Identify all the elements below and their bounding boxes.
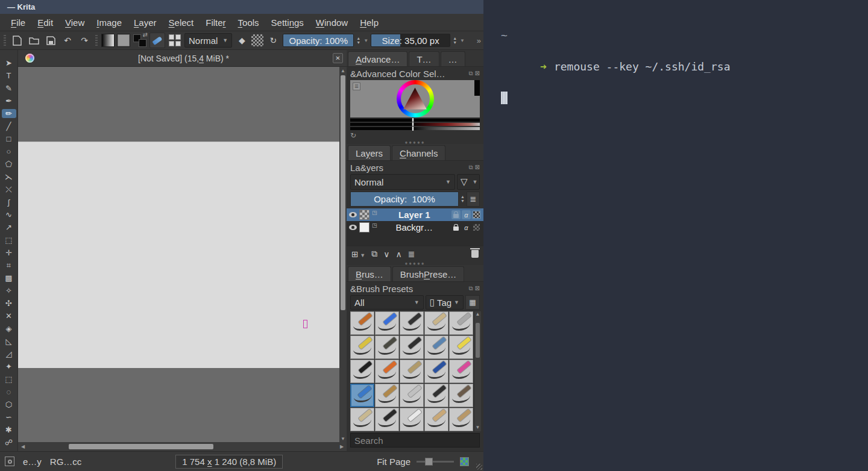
window-titlebar[interactable]: — Krita (0, 0, 483, 14)
move-layer-down-button[interactable]: ∨ (383, 249, 389, 259)
pattern-chooser-button[interactable] (117, 34, 130, 47)
zoom-mode-label[interactable]: Fit Page (377, 457, 410, 467)
canvas-only-mode-button[interactable] (460, 457, 469, 466)
layer-opacity-slider[interactable]: Opacity: 100% (350, 192, 459, 207)
vertical-scroll-thumb[interactable] (341, 75, 345, 310)
add-layer-button[interactable]: ⊞ ▼ (351, 249, 365, 259)
background-color-swatch[interactable] (139, 39, 146, 47)
brush-preset[interactable] (424, 311, 448, 335)
brush-preset[interactable] (424, 408, 448, 431)
brush-size-slider[interactable]: Size: 35,00 px (371, 34, 450, 47)
preset-search-input[interactable]: Search (350, 433, 480, 448)
fill-tool[interactable]: ◈ (2, 324, 16, 333)
gradient-chooser-button[interactable] (101, 34, 115, 47)
tab-advanced-color-selector[interactable]: Advance… (348, 51, 407, 66)
brush-preset[interactable] (375, 384, 399, 407)
brush-preset[interactable] (449, 384, 473, 407)
rectangle-tool[interactable]: □ (2, 134, 16, 143)
undo-button[interactable]: ↶ (60, 33, 75, 48)
menu-tools[interactable]: Tools (232, 17, 265, 28)
tab-brushes[interactable]: Brus… (348, 266, 391, 281)
selector-settings-icon[interactable]: ≣ (353, 83, 360, 90)
brush-preset[interactable] (400, 311, 424, 335)
open-document-button[interactable] (27, 33, 41, 48)
menu-select[interactable]: Select (163, 17, 200, 28)
save-button[interactable] (43, 33, 58, 48)
brush-preset[interactable] (375, 408, 399, 431)
layer-alpha-inherit-badge[interactable] (472, 223, 481, 232)
tab-layers[interactable]: Layers (348, 145, 391, 160)
brush-preset[interactable] (375, 335, 399, 359)
brush-presets-popup-button[interactable] (168, 33, 182, 48)
layers-docker-header[interactable]: La&yers ⧉ ⊠ (347, 161, 483, 174)
document-tab-title[interactable]: [Not Saved] (15,4 MiB) * (34, 54, 333, 63)
window-resize-grip[interactable] (476, 464, 482, 470)
opacity-spinner[interactable]: ▲▼ (356, 37, 360, 45)
toolbar-grip[interactable] (4, 35, 6, 46)
brush-preset[interactable] (350, 408, 374, 431)
brush-preset[interactable] (449, 335, 473, 359)
canvas-horizontal-scrollbar[interactable]: ◀ ▶ (18, 442, 347, 451)
bezier-curve-tool[interactable]: ⤬ (2, 185, 16, 194)
brush-preset[interactable] (424, 384, 448, 407)
brush-preset[interactable] (449, 311, 473, 335)
edit-shapes-tool[interactable]: ✎ (2, 84, 16, 93)
freehand-path-tool[interactable]: ʃ (2, 198, 16, 207)
polygon-tool[interactable]: ⬠ (2, 160, 16, 169)
advanced-color-selector-header[interactable]: &Advanced Color Sel… ⧉ ⊠ (347, 67, 483, 80)
history-bar[interactable] (350, 123, 480, 126)
polyline-tool[interactable]: ⋋ (2, 172, 16, 181)
text-tool[interactable]: T (2, 71, 16, 80)
line-tool[interactable]: ╱ (2, 122, 16, 131)
dynamic-brush-tool[interactable]: ∿ (2, 210, 16, 219)
ellipse-tool[interactable]: ○ (2, 147, 16, 156)
menu-edit[interactable]: Edit (31, 17, 59, 28)
brush-preset[interactable] (350, 360, 374, 383)
blend-mode-dropdown[interactable]: Normal ▼ (184, 33, 232, 48)
menu-help[interactable]: Help (354, 17, 385, 28)
brush-preset[interactable] (400, 335, 424, 359)
float-docker-icon[interactable]: ⧉ (468, 70, 473, 77)
tab-channels[interactable]: Channels (392, 145, 445, 160)
layer-thumbnail[interactable] (359, 210, 370, 220)
layer-view-options-button[interactable]: ≣ (467, 192, 480, 207)
redo-button[interactable]: ↷ (77, 33, 92, 48)
delete-layer-button[interactable] (471, 250, 479, 258)
history-bar[interactable] (350, 127, 480, 130)
float-docker-icon[interactable]: ⧉ (468, 285, 473, 292)
polygon-select-tool[interactable]: ⬡ (2, 400, 16, 409)
brush-preset[interactable] (400, 408, 424, 431)
layer-lock-badge[interactable] (451, 223, 461, 232)
close-document-button[interactable]: ✕ (333, 53, 343, 63)
brush-preset[interactable] (350, 335, 374, 359)
freehand-select-tool[interactable]: ∽ (2, 413, 16, 422)
tag-button[interactable]: ▯ Tag ▼ (426, 295, 464, 310)
float-docker-icon[interactable]: ⧉ (468, 164, 473, 171)
menu-filter[interactable]: Filter (200, 17, 231, 28)
duplicate-layer-button[interactable]: ⧉ (371, 249, 377, 259)
layer-visibility-icon[interactable] (349, 212, 357, 217)
eraser-mode-button[interactable]: ◆ (234, 33, 249, 48)
refresh-colors-icon[interactable]: ↻ (350, 131, 356, 140)
move-layer-up-button[interactable]: ∧ (395, 249, 401, 259)
menu-settings[interactable]: Settings (265, 17, 310, 28)
tab-touch-docker[interactable]: T… (409, 51, 439, 66)
multibrush-tool[interactable]: ↗ (2, 223, 16, 232)
scroll-right-icon[interactable]: ▶ (338, 444, 345, 449)
chevron-down-icon[interactable]: ▼ (363, 38, 368, 43)
scroll-down-icon[interactable]: ▼ (341, 435, 345, 442)
history-bar[interactable] (350, 119, 480, 122)
menu-image[interactable]: Image (90, 17, 128, 28)
preserve-alpha-button[interactable] (251, 34, 263, 46)
gradient-tool[interactable]: ▩ (2, 273, 16, 282)
size-spinner[interactable]: ▲▼ (453, 37, 457, 45)
layer-thumbnail[interactable] (359, 222, 370, 232)
color-sampler-tool[interactable]: ✧ (2, 286, 16, 295)
brush-preset[interactable] (350, 384, 374, 407)
brush-preset[interactable] (424, 360, 448, 383)
freehand-brush-tool[interactable]: ✏ (2, 109, 16, 118)
layer-alpha-badge[interactable]: α (462, 210, 471, 219)
brush-preset[interactable] (375, 360, 399, 383)
tab-brush-presets[interactable]: Brush Prese… (392, 266, 464, 281)
brush-preset[interactable] (449, 408, 473, 431)
